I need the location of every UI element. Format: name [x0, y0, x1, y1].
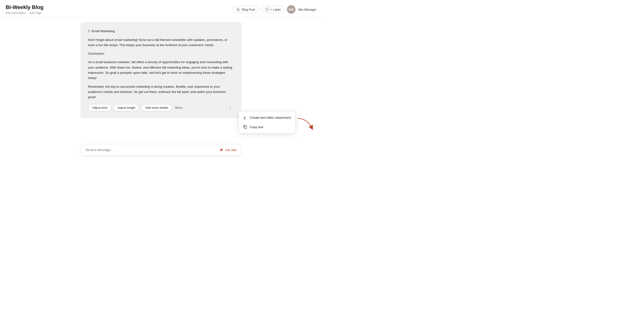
label-btn-text: + Label	[270, 8, 280, 11]
message-input[interactable]	[86, 148, 220, 152]
copy-text-item[interactable]: Copy text	[239, 122, 295, 132]
annotation-arrow	[295, 116, 316, 135]
adjust-tone-button[interactable]: Adjust tone	[88, 104, 112, 111]
label-badge[interactable]: + Label	[262, 6, 284, 13]
send-icon	[220, 148, 224, 152]
avatar[interactable]: MM	[287, 5, 296, 14]
svg-rect-3	[244, 126, 247, 129]
header-meta: Add Description Add Tags	[6, 11, 44, 15]
conclusion-body: As a small business marketer, fall offer…	[88, 60, 234, 81]
label-circle-icon	[265, 7, 269, 11]
user-name[interactable]: Mia Manager	[298, 8, 316, 11]
blog-post-badge[interactable]: Blog Post	[232, 6, 258, 13]
action-buttons-row: Adjust tone Adjust length Add more detai…	[88, 104, 234, 111]
header-left: Bi-Weekly Blog Add Description Add Tags	[6, 4, 44, 15]
copy-text-label: Copy text	[250, 125, 263, 129]
copy-icon	[243, 125, 248, 129]
main-content: 7. Email Marketing: Don't forget about e…	[0, 17, 322, 123]
section-7-body: Don't forget about email marketing! Send…	[88, 37, 234, 48]
header: Bi-Weekly Blog Add Description Add Tags …	[0, 0, 322, 17]
create-text-editor-attachment-item[interactable]: T Create text editor attachment	[239, 113, 295, 122]
content-text: 7. Email Marketing: Don't forget about e…	[88, 29, 234, 100]
create-text-editor-attachment-label: Create text editor attachment	[250, 116, 291, 119]
add-description-link[interactable]: Add Description	[6, 11, 26, 15]
header-right: Blog Post + Label MM Mia Manager	[232, 4, 316, 14]
conclusion-heading: Conclusion:	[88, 51, 234, 56]
svg-point-0	[237, 11, 237, 11]
message-bar: Ask Mia	[80, 144, 242, 156]
context-menu: T Create text editor attachment	[239, 111, 296, 133]
add-more-details-button[interactable]: Add more details	[141, 104, 172, 111]
ask-mia-label: Ask Mia	[225, 148, 236, 152]
more-options-button[interactable]: ⋮	[227, 105, 234, 111]
text-editor-icon: T	[243, 115, 248, 120]
blog-post-label: Blog Post	[242, 8, 255, 11]
content-card: 7. Email Marketing: Don't forget about e…	[80, 22, 242, 118]
page-title: Bi-Weekly Blog	[6, 4, 44, 10]
section-7-heading: 7. Email Marketing:	[88, 29, 234, 34]
add-tags-link[interactable]: Add Tags	[30, 11, 42, 15]
message-bar-wrapper: Ask Mia	[0, 137, 322, 160]
remember-body: Remember, the key to successful marketin…	[88, 84, 234, 100]
ask-mia-button[interactable]: Ask Mia	[220, 148, 236, 152]
rss-icon	[236, 7, 240, 11]
more-text[interactable]: More...	[174, 104, 186, 111]
adjust-length-button[interactable]: Adjust length	[114, 104, 139, 111]
